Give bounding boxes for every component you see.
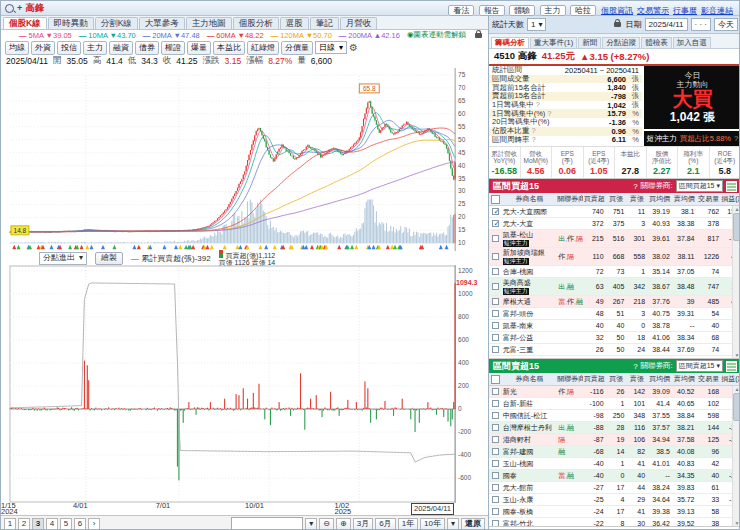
analysis-tab[interactable]: 新聞 xyxy=(578,37,601,48)
chart-tab[interactable]: 大單參考 xyxy=(139,17,185,29)
column-header[interactable]: 買均價 xyxy=(647,374,672,384)
column-header[interactable]: 損益(萬) xyxy=(721,374,740,384)
indicator-button[interactable]: 本益比 xyxy=(213,41,245,55)
indicator-button[interactable]: 權證 xyxy=(161,41,185,55)
broker-row[interactable]: 中國信託-松江-9825034837.5538.8459810 xyxy=(489,410,740,422)
broker-row[interactable]: 元富-三重26502438.4437.69746 xyxy=(489,344,740,356)
row-checkbox[interactable] xyxy=(489,298,502,306)
indicator-button[interactable]: 爆量 xyxy=(187,41,211,55)
topbar-link[interactable]: 影音連結 xyxy=(701,6,733,15)
period-button[interactable]: 10年 xyxy=(420,518,445,530)
days-select[interactable]: 1▾ xyxy=(527,18,546,31)
column-header[interactable]: 賣均價 xyxy=(672,374,697,384)
chart-tab[interactable]: 選股 xyxy=(280,17,309,29)
zoom-in-icon[interactable]: ⊕ xyxy=(336,518,351,530)
page-button[interactable]: › xyxy=(88,518,100,530)
row-checkbox[interactable] xyxy=(489,448,502,456)
candlestick-chart[interactable]: 101520253035404550556065707565.814.8 xyxy=(1,68,488,251)
broker-row[interactable]: 港商野村隔-871910634.9437.58125-29 xyxy=(489,434,740,446)
date-input[interactable]: 2025/4/11 xyxy=(645,18,688,31)
chart-tab[interactable]: 筆記 xyxy=(310,17,339,29)
chevron-down-icon[interactable]: ▾ xyxy=(305,518,317,530)
chart-tab[interactable]: 個股K線 xyxy=(3,17,47,29)
topbar-button[interactable]: 報告 xyxy=(479,5,505,16)
broker-row[interactable]: 玉山-桃園-4014141.0140.8342-3 xyxy=(489,458,740,470)
row-checkbox[interactable] xyxy=(489,460,502,468)
analysis-tab[interactable]: 分點追蹤 xyxy=(602,37,640,48)
column-header[interactable]: 賣張 xyxy=(626,194,647,204)
topbar-button[interactable]: 哈拉 xyxy=(570,5,596,16)
indicator-button[interactable]: 借券 xyxy=(135,41,159,55)
chart-tab[interactable]: 個股分析 xyxy=(233,17,279,29)
page-button[interactable]: 5 xyxy=(60,518,72,530)
row-checkbox[interactable] xyxy=(489,508,502,516)
help-icon[interactable]: ? xyxy=(734,134,738,143)
flow-source-select[interactable]: 分點進出▾ xyxy=(39,252,87,265)
broker-row[interactable]: 凱基-松山短沖主力出,作,隔21551630139.6137.84817-18 xyxy=(489,230,740,248)
broker-row[interactable]: 美商高盛短沖主力出,融6340534238.6738.4874710 xyxy=(489,278,740,296)
row-checkbox[interactable] xyxy=(489,346,502,354)
row-checkbox[interactable]: ✓ xyxy=(489,208,502,216)
assoc-select[interactable]: 區間賣超15▾ xyxy=(676,360,723,372)
row-checkbox[interactable] xyxy=(489,388,502,396)
topbar-link[interactable]: 個股資訊 xyxy=(601,6,633,15)
row-checkbox[interactable] xyxy=(489,358,502,359)
row-checkbox[interactable] xyxy=(489,496,502,504)
column-header[interactable]: 損益(萬) xyxy=(721,194,740,204)
broker-row[interactable]: 新加坡商瑞銀短沖主力作,隔11066855838.0238.11122641 xyxy=(489,248,740,266)
lock-icon[interactable] xyxy=(614,22,621,27)
page-button[interactable]: 3 xyxy=(32,518,44,530)
broker-row[interactable]: 玉山-永康-2542934.6435.7233-13 xyxy=(489,494,740,506)
page-button[interactable]: 1 xyxy=(4,518,16,530)
help-icon[interactable]: ? xyxy=(633,182,637,191)
period-button[interactable]: 1年 xyxy=(398,518,418,530)
column-header[interactable]: 賣均價 xyxy=(672,194,697,204)
column-header[interactable]: 交易量 xyxy=(697,194,722,204)
row-checkbox[interactable]: ✓ xyxy=(489,220,502,228)
select-all-checkbox[interactable] xyxy=(489,375,502,384)
zoom-out-icon[interactable]: ⊖ xyxy=(319,518,334,530)
chart-tab[interactable]: 分割K線 xyxy=(95,17,138,29)
analysis-tab[interactable]: 加入自選 xyxy=(673,37,711,48)
today-button[interactable]: 今天 xyxy=(714,18,738,31)
row-checkbox[interactable] xyxy=(489,436,502,444)
indicator-button[interactable]: 投信 xyxy=(57,41,81,55)
chart-tab[interactable]: 月營收 xyxy=(340,17,378,29)
row-checkbox[interactable] xyxy=(489,472,502,480)
row-checkbox[interactable] xyxy=(489,520,502,527)
row-checkbox[interactable] xyxy=(489,268,502,276)
column-header[interactable]: 買賣超 xyxy=(583,374,606,384)
column-header[interactable]: 買張 xyxy=(606,194,627,204)
broker-row[interactable]: 富邦-敦南2022240.6637.4240 xyxy=(489,356,740,359)
broker-row[interactable]: ✓元大-大直國際7407511139.1938.1762152 xyxy=(489,206,740,218)
column-header[interactable]: 賣張 xyxy=(626,374,647,384)
export-icon[interactable] xyxy=(726,361,737,372)
indicator-button[interactable]: 紅綠燈 xyxy=(247,41,279,55)
topbar-button[interactable]: 看法 xyxy=(448,5,474,16)
row-checkbox[interactable] xyxy=(489,424,502,432)
export-icon[interactable] xyxy=(726,181,737,192)
analysis-tab[interactable]: 重大事件(1) xyxy=(530,37,577,48)
chart-tab[interactable]: 主力地圖 xyxy=(186,17,232,29)
row-checkbox[interactable] xyxy=(489,412,502,420)
scrollbar[interactable]: ▲▼ xyxy=(732,386,740,526)
period-select[interactable]: 日線▾ xyxy=(315,41,347,54)
row-checkbox[interactable] xyxy=(489,253,502,261)
topbar-link[interactable]: 行事曆 xyxy=(673,6,697,15)
search-icon[interactable] xyxy=(5,4,14,13)
gear-icon[interactable]: ⚙ xyxy=(349,43,358,53)
broker-row[interactable]: 國泰當,融-40040--34.3540-28 xyxy=(489,470,740,482)
netbuy-chart[interactable]: -600-400-2000200400600800100012001094.3 xyxy=(1,265,488,503)
broker-row[interactable]: 台新-新莊-100110141.440.65102-6 xyxy=(489,398,740,410)
row-checkbox[interactable] xyxy=(489,484,502,492)
draw-button[interactable]: 繪製 xyxy=(95,252,123,265)
analysis-tab[interactable]: 體檢表 xyxy=(641,37,672,48)
broker-row[interactable]: 摩根大通當,作,融4926721837.763948544 xyxy=(489,296,740,308)
column-header[interactable]: 券商名稱 xyxy=(502,374,557,384)
indicator-button[interactable]: 外資 xyxy=(31,41,55,55)
row-checkbox[interactable] xyxy=(489,322,502,330)
broker-row[interactable]: 台灣摩根士丹利出,融-882811637.5738.21144-25 xyxy=(489,422,740,434)
indicator-button[interactable]: 融資 xyxy=(109,41,133,55)
goto-input[interactable] xyxy=(231,517,303,530)
indicator-button[interactable]: 均線 xyxy=(5,41,29,55)
